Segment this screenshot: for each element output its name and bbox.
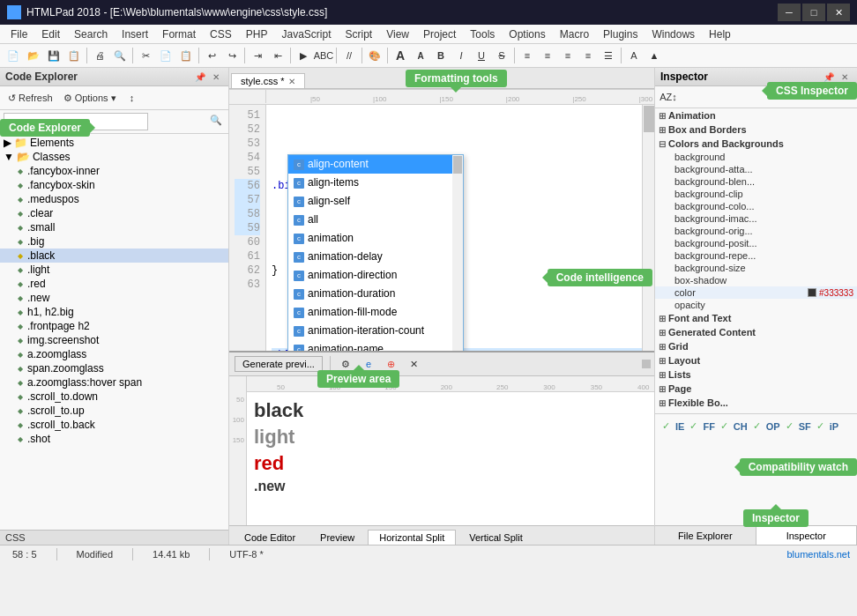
- css-prop-bg-color[interactable]: background-colo...: [655, 200, 857, 212]
- class-img-screenshot[interactable]: ◆ img.screenshot: [0, 333, 228, 347]
- class-fancybox-skin[interactable]: ◆ .fancybox-skin: [0, 178, 228, 192]
- css-prop-bg-blend[interactable]: background-blen...: [655, 175, 857, 188]
- class-scroll-up[interactable]: ◆ .scroll_to.up: [0, 404, 228, 418]
- tb-spell[interactable]: ABC: [314, 47, 333, 64]
- editor-content[interactable]: 51 52 53 54 55 56 57 58 59 60 61 62 63 .…: [229, 105, 654, 351]
- tb-redo[interactable]: ↪: [222, 47, 242, 64]
- class-span-zoomglass[interactable]: ◆ span.zoomglass: [0, 361, 228, 375]
- menu-script[interactable]: Script: [339, 26, 380, 42]
- class-zoomglass[interactable]: ◆ a.zoomglass: [0, 347, 228, 361]
- autocomplete-dropdown[interactable]: c align-content c align-items c align-se…: [287, 154, 464, 351]
- ac-item-animation-delay[interactable]: c animation-delay: [288, 248, 463, 266]
- menu-macro[interactable]: Macro: [553, 26, 596, 42]
- menu-search[interactable]: Search: [67, 26, 115, 42]
- tb-align-right[interactable]: ≡: [558, 47, 578, 64]
- class-fancybox-inner[interactable]: ◆ .fancybox-inner: [0, 164, 228, 178]
- section-grid[interactable]: ⊞ Grid: [655, 339, 857, 353]
- menu-help[interactable]: Help: [702, 26, 738, 42]
- maximize-button[interactable]: □: [802, 4, 825, 21]
- menu-options[interactable]: Options: [502, 26, 552, 42]
- css-prop-bg-size[interactable]: background-size: [655, 262, 857, 274]
- section-box-borders[interactable]: ⊞ Box and Borders: [655, 122, 857, 137]
- class-shot[interactable]: ◆ .shot: [0, 432, 228, 446]
- minimize-button[interactable]: ─: [778, 4, 801, 21]
- menu-format[interactable]: Format: [155, 26, 203, 42]
- inspector-close[interactable]: ✕: [838, 71, 852, 83]
- css-prop-bg-origin[interactable]: background-orig...: [655, 225, 857, 237]
- refresh-button[interactable]: ↺ Refresh: [4, 89, 57, 107]
- ac-item-animation-fill-mode[interactable]: c animation-fill-mode: [288, 303, 463, 322]
- css-prop-opacity[interactable]: opacity: [655, 299, 857, 311]
- section-page[interactable]: ⊞ Page: [655, 382, 857, 396]
- menu-view[interactable]: View: [379, 26, 416, 42]
- css-prop-bg-clip[interactable]: background-clip: [655, 188, 857, 200]
- generate-preview-button[interactable]: Generate previ...: [235, 356, 323, 372]
- sort-az-button[interactable]: AZ↕: [659, 88, 678, 106]
- tb-bold[interactable]: B: [431, 47, 451, 64]
- brand-link[interactable]: blumentals.net: [786, 549, 850, 560]
- tb-new[interactable]: 📄: [4, 47, 23, 64]
- class-light[interactable]: ◆ .light: [0, 263, 228, 277]
- editor-tab-style-css[interactable]: style.css * ✕: [231, 73, 305, 88]
- tree-folder-elements[interactable]: ▶ 📁 Elements: [0, 136, 228, 150]
- tb-copy[interactable]: 📄: [156, 47, 175, 64]
- panel-close[interactable]: ✕: [209, 71, 223, 83]
- section-generated-content[interactable]: ⊞ Generated Content: [655, 325, 857, 339]
- tb-align-left[interactable]: ≡: [518, 47, 537, 64]
- ac-item-align-content[interactable]: c align-content: [288, 155, 463, 174]
- tb-font-bigger[interactable]: A: [391, 47, 410, 64]
- options-button[interactable]: ⚙ Options ▾: [59, 89, 121, 107]
- tab-close-icon[interactable]: ✕: [288, 77, 295, 86]
- menu-insert[interactable]: Insert: [115, 26, 155, 42]
- tb-preview[interactable]: ▶: [294, 47, 313, 64]
- panel-pin[interactable]: 📌: [193, 71, 207, 83]
- ac-item-animation-direction[interactable]: c animation-direction: [288, 266, 463, 285]
- class-black[interactable]: ◆ .black: [0, 249, 228, 263]
- vertical-scrollbar[interactable]: [642, 105, 654, 351]
- class-new[interactable]: ◆ .new: [0, 291, 228, 305]
- preview-scrollbar[interactable]: [642, 360, 651, 368]
- tb-align-center[interactable]: ≡: [538, 47, 557, 64]
- class-frontpage-h2[interactable]: ◆ .frontpage h2: [0, 319, 228, 333]
- class-meduspos[interactable]: ◆ .meduspos: [0, 192, 228, 206]
- ac-item-animation-duration[interactable]: c animation-duration: [288, 285, 463, 303]
- class-small[interactable]: ◆ .small: [0, 220, 228, 234]
- tb-comment[interactable]: //: [339, 47, 359, 64]
- menu-javascript[interactable]: JavaScript: [274, 26, 338, 42]
- autocomplete-scrollbar[interactable]: [452, 155, 463, 351]
- menu-file[interactable]: File: [4, 26, 34, 42]
- tree-folder-classes[interactable]: ▼ 📂 Classes: [0, 150, 228, 164]
- tab-code-editor[interactable]: Code Editor: [233, 530, 307, 545]
- close-button[interactable]: ✕: [827, 4, 850, 21]
- menu-windows[interactable]: Windows: [645, 26, 702, 42]
- inspector-pin[interactable]: 📌: [822, 71, 836, 83]
- tb-font-color[interactable]: A: [624, 47, 644, 64]
- ac-item-align-items[interactable]: c align-items: [288, 174, 463, 192]
- tab-vertical-split[interactable]: Vertical Split: [458, 530, 534, 545]
- class-h1h2big[interactable]: ◆ h1, h2.big: [0, 305, 228, 319]
- css-prop-background[interactable]: background: [655, 151, 857, 163]
- tb-strikethrough[interactable]: S: [492, 47, 511, 64]
- tb-font-smaller[interactable]: A: [411, 47, 430, 64]
- menu-edit[interactable]: Edit: [34, 26, 67, 42]
- menu-css[interactable]: CSS: [203, 26, 239, 42]
- tb-list[interactable]: ☰: [599, 47, 618, 64]
- tb-italic[interactable]: I: [451, 47, 471, 64]
- tab-file-explorer[interactable]: File Explorer: [655, 526, 756, 545]
- section-layout[interactable]: ⊞ Layout: [655, 353, 857, 367]
- tab-preview[interactable]: Preview: [309, 530, 366, 545]
- ac-item-align-self[interactable]: c align-self: [288, 192, 463, 211]
- tb-print[interactable]: 🖨: [90, 47, 109, 64]
- menu-project[interactable]: Project: [416, 26, 463, 42]
- class-red[interactable]: ◆ .red: [0, 277, 228, 291]
- class-zoomglass-hover[interactable]: ◆ a.zoomglass:hover span: [0, 375, 228, 390]
- tab-inspector[interactable]: Inspector: [756, 526, 858, 545]
- tb-save[interactable]: 💾: [44, 47, 63, 64]
- tb-color[interactable]: 🎨: [365, 47, 384, 64]
- tb-underline[interactable]: U: [472, 47, 491, 64]
- tb-paste[interactable]: 📋: [176, 47, 196, 64]
- tb-open[interactable]: 📂: [24, 47, 43, 64]
- class-scroll-back[interactable]: ◆ .scroll_to.back: [0, 418, 228, 432]
- css-prop-bg-image[interactable]: background-imac...: [655, 212, 857, 225]
- css-prop-bg-repeat[interactable]: background-repe...: [655, 249, 857, 262]
